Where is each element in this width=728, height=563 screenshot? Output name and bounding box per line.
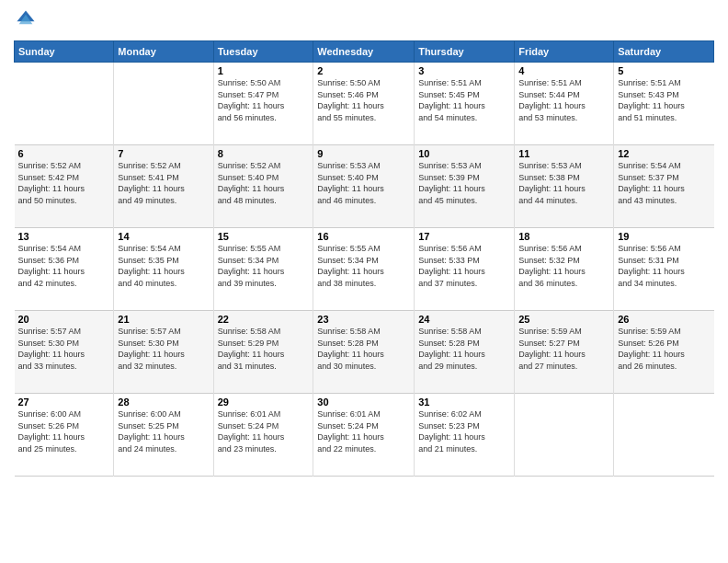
col-header-saturday: Saturday [614,41,714,63]
day-cell: 29Sunrise: 6:01 AM Sunset: 5:24 PM Dayli… [213,394,313,477]
day-info: Sunrise: 5:52 AM Sunset: 5:41 PM Dayligh… [118,160,209,206]
day-number: 16 [317,231,410,242]
day-number: 23 [317,314,410,325]
day-info: Sunrise: 5:58 AM Sunset: 5:29 PM Dayligh… [218,326,310,372]
day-number: 15 [218,231,310,242]
day-info: Sunrise: 5:58 AM Sunset: 5:28 PM Dayligh… [317,326,410,372]
day-number: 27 [18,396,110,408]
day-number: 18 [518,231,609,242]
day-info: Sunrise: 5:59 AM Sunset: 5:27 PM Dayligh… [518,326,609,372]
day-info: Sunrise: 5:51 AM Sunset: 5:44 PM Dayligh… [518,77,609,123]
day-info: Sunrise: 5:58 AM Sunset: 5:28 PM Dayligh… [418,326,510,372]
day-cell: 2Sunrise: 5:50 AM Sunset: 5:46 PM Daylig… [313,63,415,145]
calendar-table: SundayMondayTuesdayWednesdayThursdayFrid… [14,40,714,477]
day-info: Sunrise: 5:59 AM Sunset: 5:26 PM Dayligh… [618,326,710,372]
week-row-3: 13Sunrise: 5:54 AM Sunset: 5:36 PM Dayli… [15,228,714,311]
day-number: 8 [218,148,310,159]
day-info: Sunrise: 5:57 AM Sunset: 5:30 PM Dayligh… [18,326,110,372]
day-number: 21 [118,314,209,325]
day-cell [515,394,614,477]
day-cell: 17Sunrise: 5:56 AM Sunset: 5:33 PM Dayli… [415,228,515,311]
day-number: 5 [618,65,710,76]
day-info: Sunrise: 6:01 AM Sunset: 5:24 PM Dayligh… [317,408,410,454]
header [14,9,714,33]
day-cell: 9Sunrise: 5:53 AM Sunset: 5:40 PM Daylig… [313,145,415,228]
day-info: Sunrise: 5:55 AM Sunset: 5:34 PM Dayligh… [317,243,410,289]
day-number: 20 [18,314,110,325]
day-number: 13 [18,231,110,242]
day-info: Sunrise: 5:54 AM Sunset: 5:37 PM Dayligh… [618,160,710,206]
day-number: 31 [418,396,510,408]
day-number: 9 [317,148,410,159]
col-header-tuesday: Tuesday [213,41,313,63]
day-number: 11 [518,148,609,159]
day-info: Sunrise: 5:53 AM Sunset: 5:39 PM Dayligh… [418,160,510,206]
day-number: 12 [618,148,710,159]
day-number: 2 [317,65,410,76]
day-number: 3 [418,65,510,76]
day-info: Sunrise: 5:54 AM Sunset: 5:36 PM Dayligh… [18,243,110,289]
day-cell: 23Sunrise: 5:58 AM Sunset: 5:28 PM Dayli… [313,311,415,394]
day-number: 7 [118,148,209,159]
day-cell: 24Sunrise: 5:58 AM Sunset: 5:28 PM Dayli… [415,311,515,394]
col-header-wednesday: Wednesday [313,41,415,63]
day-info: Sunrise: 6:02 AM Sunset: 5:23 PM Dayligh… [418,408,510,454]
week-row-4: 20Sunrise: 5:57 AM Sunset: 5:30 PM Dayli… [15,311,714,394]
day-info: Sunrise: 5:54 AM Sunset: 5:35 PM Dayligh… [118,243,209,289]
day-number: 30 [317,396,410,408]
col-header-thursday: Thursday [415,41,515,63]
col-header-monday: Monday [114,41,213,63]
day-number: 10 [418,148,510,159]
day-info: Sunrise: 5:55 AM Sunset: 5:34 PM Dayligh… [218,243,310,289]
day-info: Sunrise: 5:56 AM Sunset: 5:31 PM Dayligh… [618,243,710,289]
day-number: 14 [118,231,209,242]
col-header-sunday: Sunday [15,41,114,63]
day-info: Sunrise: 6:01 AM Sunset: 5:24 PM Dayligh… [218,408,310,454]
day-number: 6 [18,148,110,159]
logo [14,9,38,33]
day-info: Sunrise: 5:52 AM Sunset: 5:40 PM Dayligh… [218,160,310,206]
day-number: 24 [418,314,510,325]
day-cell: 20Sunrise: 5:57 AM Sunset: 5:30 PM Dayli… [15,311,114,394]
day-cell: 31Sunrise: 6:02 AM Sunset: 5:23 PM Dayli… [415,394,515,477]
day-info: Sunrise: 6:00 AM Sunset: 5:26 PM Dayligh… [18,408,110,454]
day-info: Sunrise: 5:56 AM Sunset: 5:33 PM Dayligh… [418,243,510,289]
day-cell: 3Sunrise: 5:51 AM Sunset: 5:45 PM Daylig… [415,63,515,145]
day-cell: 18Sunrise: 5:56 AM Sunset: 5:32 PM Dayli… [515,228,614,311]
day-cell: 1Sunrise: 5:50 AM Sunset: 5:47 PM Daylig… [213,63,313,145]
day-cell: 6Sunrise: 5:52 AM Sunset: 5:42 PM Daylig… [15,145,114,228]
day-cell [614,394,714,477]
day-number: 25 [518,314,609,325]
day-cell: 11Sunrise: 5:53 AM Sunset: 5:38 PM Dayli… [515,145,614,228]
day-cell: 28Sunrise: 6:00 AM Sunset: 5:25 PM Dayli… [114,394,213,477]
day-info: Sunrise: 6:00 AM Sunset: 5:25 PM Dayligh… [118,408,209,454]
day-cell: 14Sunrise: 5:54 AM Sunset: 5:35 PM Dayli… [114,228,213,311]
day-number: 17 [418,231,510,242]
day-info: Sunrise: 5:53 AM Sunset: 5:40 PM Dayligh… [317,160,410,206]
col-header-friday: Friday [515,41,614,63]
day-cell: 26Sunrise: 5:59 AM Sunset: 5:26 PM Dayli… [614,311,714,394]
week-row-5: 27Sunrise: 6:00 AM Sunset: 5:26 PM Dayli… [15,394,714,477]
day-cell: 8Sunrise: 5:52 AM Sunset: 5:40 PM Daylig… [213,145,313,228]
day-cell: 5Sunrise: 5:51 AM Sunset: 5:43 PM Daylig… [614,63,714,145]
day-info: Sunrise: 5:56 AM Sunset: 5:32 PM Dayligh… [518,243,609,289]
day-cell: 12Sunrise: 5:54 AM Sunset: 5:37 PM Dayli… [614,145,714,228]
day-number: 26 [618,314,710,325]
day-cell: 30Sunrise: 6:01 AM Sunset: 5:24 PM Dayli… [313,394,415,477]
day-cell: 19Sunrise: 5:56 AM Sunset: 5:31 PM Dayli… [614,228,714,311]
day-cell: 27Sunrise: 6:00 AM Sunset: 5:26 PM Dayli… [15,394,114,477]
day-number: 22 [218,314,310,325]
day-info: Sunrise: 5:50 AM Sunset: 5:47 PM Dayligh… [218,77,310,123]
day-info: Sunrise: 5:57 AM Sunset: 5:30 PM Dayligh… [118,326,209,372]
day-info: Sunrise: 5:51 AM Sunset: 5:43 PM Dayligh… [618,77,710,123]
day-info: Sunrise: 5:53 AM Sunset: 5:38 PM Dayligh… [518,160,609,206]
day-info: Sunrise: 5:52 AM Sunset: 5:42 PM Dayligh… [18,160,110,206]
day-cell: 22Sunrise: 5:58 AM Sunset: 5:29 PM Dayli… [213,311,313,394]
header-row: SundayMondayTuesdayWednesdayThursdayFrid… [15,41,714,63]
day-number: 4 [518,65,609,76]
day-cell [114,63,213,145]
day-info: Sunrise: 5:51 AM Sunset: 5:45 PM Dayligh… [418,77,510,123]
day-cell: 13Sunrise: 5:54 AM Sunset: 5:36 PM Dayli… [15,228,114,311]
day-cell [15,63,114,145]
day-cell: 25Sunrise: 5:59 AM Sunset: 5:27 PM Dayli… [515,311,614,394]
